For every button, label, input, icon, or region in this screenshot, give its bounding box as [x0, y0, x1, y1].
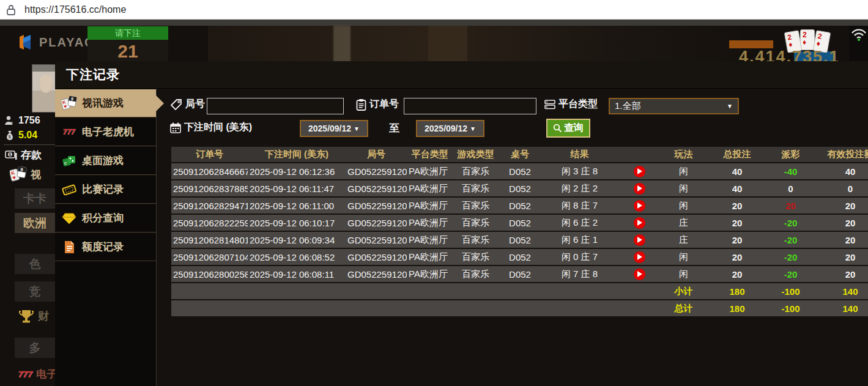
- nav-tab-duo[interactable]: 多: [15, 338, 55, 358]
- dealt-cards: 2♦ 2♦ 2♦: [785, 29, 829, 50]
- sidebar-item-table-games[interactable]: C 桌面游戏: [55, 146, 156, 175]
- total-bet-cell: 180: [707, 286, 768, 297]
- screen: https://175616.cc/home PLAYACE 请下注 21 2♦…: [0, 0, 868, 386]
- slots-777-icon: 777: [18, 369, 32, 379]
- play-video-icon[interactable]: [634, 183, 645, 195]
- total-bet-cell: 20: [707, 218, 768, 228]
- table-number-cell: D052: [499, 252, 541, 262]
- deposit-button[interactable]: $ 存款: [5, 148, 42, 162]
- bet-time-cell: 2025-09-12 06:12:36: [248, 166, 346, 177]
- nav-rewards-label: 财: [38, 309, 49, 324]
- nav-tab-kaka[interactable]: 卡卡: [15, 188, 55, 209]
- total-bet-cell: 40: [707, 184, 768, 194]
- lock-icon: [6, 4, 16, 15]
- nav-slots-label: 电子: [36, 367, 57, 381]
- order-number-input[interactable]: [404, 98, 536, 114]
- bet-records-modal: 下注记录 K♥9 视讯游戏 777 电子老虎机 C: [55, 61, 868, 386]
- platform-type-select[interactable]: 1.全部 ▼: [609, 98, 739, 114]
- nav-video-games[interactable]: K♥9 视: [10, 166, 41, 182]
- round-number-label: 局号: [185, 98, 205, 111]
- url-text[interactable]: https://175616.cc/home: [24, 4, 126, 15]
- table-number-cell: D052: [499, 184, 541, 194]
- chevron-down-icon: ▼: [470, 125, 476, 132]
- table-number-cell: D052: [499, 269, 541, 280]
- bet-time-label: 下注时间 (美东): [184, 121, 252, 134]
- payout-cell: 20: [768, 201, 814, 211]
- bet-time-label-group: 下注时间 (美东): [170, 121, 252, 134]
- table-header-row: 订单号下注时间 (美东)局号平台类型游戏类型桌号结果玩法总投注派彩有效投注额: [171, 147, 868, 163]
- table-row: 2509120628071042025-09-12 06:08:52GD0522…: [171, 249, 868, 266]
- bet-time-cell: 2025-09-12 06:11:00: [248, 201, 346, 211]
- total-row: 总计180-100140: [171, 300, 868, 317]
- valid-bet-cell: 0: [814, 184, 868, 194]
- round-number-cell: GD052259120O3: [346, 184, 407, 194]
- play-cell: [618, 217, 661, 229]
- deposit-icon: $: [5, 150, 17, 160]
- date-from-picker[interactable]: 2025/09/12 ▼: [300, 120, 368, 137]
- bet-time-cell: 2025-09-12 06:08:11: [248, 269, 346, 280]
- sidebar-item-match-records[interactable]: 比赛记录: [55, 175, 156, 204]
- browser-address-bar[interactable]: https://175616.cc/home: [0, 0, 868, 20]
- search-icon: [553, 124, 562, 133]
- user-icon: *: [5, 116, 15, 125]
- game-type-cell: 百家乐: [453, 234, 499, 246]
- play-cell: [618, 166, 661, 177]
- total-bet-cell: 20: [707, 235, 768, 245]
- play-video-icon[interactable]: [634, 166, 645, 177]
- column-header: 游戏类型: [453, 149, 499, 160]
- search-button[interactable]: 查询: [546, 119, 590, 138]
- order-number-cell: 250912062814801: [171, 235, 248, 245]
- moneybag-icon: $: [5, 130, 15, 141]
- game-type-cell: 百家乐: [453, 200, 499, 212]
- play-video-icon[interactable]: [634, 251, 645, 263]
- result-cell: 闲 3 庄 8: [541, 166, 618, 177]
- sidebar-item-video-games[interactable]: K♥9 视讯游戏: [55, 89, 156, 117]
- bet-time-cell: 2025-09-12 06:08:52: [248, 252, 346, 262]
- nav-tab-rewards[interactable]: 财: [18, 308, 49, 324]
- sidebar-item-points-query[interactable]: 积分查询: [55, 204, 156, 232]
- deposit-label: 存款: [21, 148, 42, 162]
- balance-value: 5.04: [18, 130, 37, 141]
- play-cell: [618, 269, 661, 280]
- modal-titlebar: 下注记录: [55, 61, 868, 89]
- sidebar-item-slots[interactable]: 777 电子老虎机: [55, 117, 156, 146]
- game-type-cell: 百家乐: [453, 166, 499, 177]
- column-header: 桌号: [499, 149, 541, 160]
- column-header: 派彩: [768, 149, 814, 160]
- column-header: 订单号: [171, 149, 248, 160]
- page-top-strip: [0, 20, 868, 26]
- order-number-label: 订单号: [369, 98, 399, 111]
- game-type-cell: 百家乐: [453, 183, 499, 195]
- play-video-icon[interactable]: [634, 234, 645, 246]
- result-cell: 闲 6 庄 2: [541, 217, 618, 229]
- payout-cell: -40: [768, 166, 814, 177]
- column-header: 总投注: [707, 149, 768, 160]
- user-id: 1756: [18, 115, 40, 126]
- sidebar-item-label: 视讯游戏: [82, 96, 124, 110]
- round-number-input[interactable]: [207, 98, 344, 114]
- play-video-icon[interactable]: [634, 269, 645, 280]
- play-cell: [618, 251, 661, 263]
- play-type-cell: 庄: [661, 217, 707, 229]
- play-video-icon[interactable]: [634, 217, 645, 229]
- playace-logo-icon: [18, 34, 34, 50]
- valid-bet-cell: 140: [814, 286, 868, 297]
- order-number-cell: 250912062800258: [171, 269, 248, 280]
- nav-tab-se[interactable]: 色: [15, 254, 55, 274]
- date-to-picker[interactable]: 2025/09/12 ▼: [416, 120, 484, 137]
- play-video-icon[interactable]: [634, 200, 645, 212]
- nav-tab-jing[interactable]: 竞: [15, 281, 55, 302]
- order-number-cell: 250912062837885: [171, 184, 248, 194]
- payout-cell: -20: [768, 218, 814, 228]
- bet-countdown: 21: [87, 40, 168, 63]
- svg-text:C: C: [64, 161, 67, 165]
- total-bet-cell: 40: [707, 166, 768, 177]
- play-type-cell: 闲: [661, 166, 707, 177]
- chevron-down-icon: ▼: [727, 103, 733, 109]
- order-number-cell: 250912062846667: [171, 166, 248, 177]
- date-from-value: 2025/09/12: [308, 124, 351, 133]
- nav-tab-slots[interactable]: 777 电子: [18, 367, 57, 381]
- nav-tab-europe[interactable]: 欧洲: [15, 213, 55, 233]
- column-header: 下注时间 (美东): [248, 149, 346, 160]
- sidebar-item-quota-records[interactable]: 额度记录: [55, 232, 156, 261]
